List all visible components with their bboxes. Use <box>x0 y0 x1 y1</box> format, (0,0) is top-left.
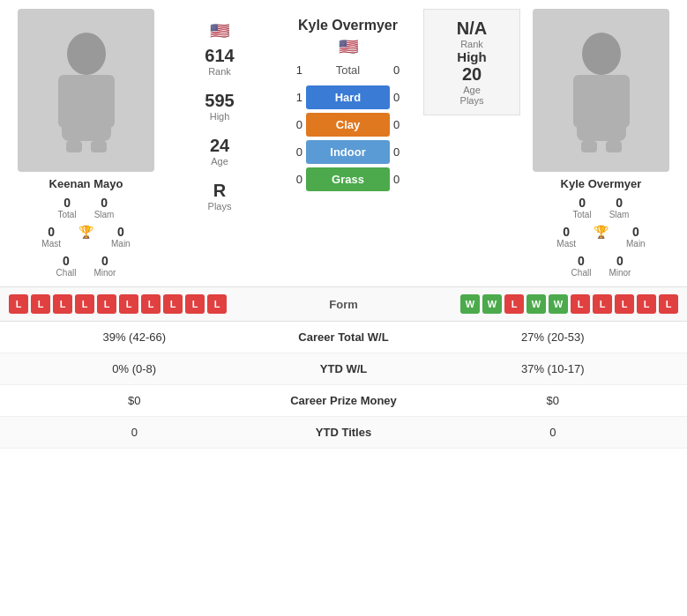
indoor-left-val: 0 <box>276 145 302 159</box>
form-badges-right: WWLWWLLLLL <box>388 294 679 314</box>
player1-trophy-icon: 🏆 <box>78 225 93 239</box>
main-container: Keenan Mayo 0 Total 0 Slam 0 Mast 🏆 <box>0 0 687 449</box>
form-badge-p1: L <box>185 294 205 314</box>
svg-rect-9 <box>614 75 630 128</box>
player2-total-val: 0 <box>573 196 592 210</box>
player1-high-lbl: High <box>205 111 234 122</box>
player2-stats-row3: 0 Chall 0 Minor <box>571 254 631 278</box>
player2-chall-lbl: Chall <box>571 268 592 278</box>
player2-header-area: Kyle Overmyer 🇺🇸 <box>276 18 420 56</box>
player2-silhouette <box>566 29 637 152</box>
player2-plays-box: Plays <box>460 95 484 106</box>
svg-point-6 <box>582 33 621 75</box>
player1-name: Keenan Mayo <box>49 177 123 190</box>
stats-left-1: 0% (0-8) <box>13 362 256 375</box>
player1-silhouette <box>51 29 122 152</box>
player1-high-box: 595 High <box>205 91 234 122</box>
hard-row: 1 Hard 0 <box>276 85 420 109</box>
player2-total-cell: 0 Total <box>573 196 592 219</box>
svg-point-0 <box>67 33 106 75</box>
stats-left-2: $0 <box>13 394 256 407</box>
stats-label-3: YTD Titles <box>256 426 432 439</box>
player2-minor-cell: 0 Minor <box>609 254 631 278</box>
form-badge-p1: L <box>75 294 94 314</box>
form-badge-p2: L <box>659 294 678 314</box>
player1-age-box: 24 Age <box>210 136 229 167</box>
player1-minor-cell: 0 Minor <box>93 254 116 278</box>
svg-rect-8 <box>573 75 589 128</box>
player2-card: Kyle Overmyer 0 Total 0 Slam 0 Mast 🏆 <box>524 9 678 278</box>
player2-flag-header: 🇺🇸 <box>276 37 420 56</box>
form-badge-p1: L <box>119 294 138 314</box>
total-left-val: 1 <box>276 63 302 77</box>
player1-chall-lbl: Chall <box>56 268 77 278</box>
svg-rect-2 <box>58 75 74 128</box>
player1-main-lbl: Main <box>111 239 131 249</box>
player2-stats-card: N/A Rank High 20 Age Plays <box>423 9 520 115</box>
table-row: 39% (42-66) Career Total W/L 27% (20-53) <box>0 322 687 353</box>
player1-mast-lbl: Mast <box>41 239 61 249</box>
player2-rank-val: N/A <box>457 19 487 39</box>
grass-right-val: 0 <box>393 173 420 186</box>
player2-photo <box>533 9 669 172</box>
player2-total-lbl: Total <box>573 210 592 219</box>
clay-left-val: 0 <box>276 118 302 131</box>
form-section: LLLLLLLLLL Form WWLWWLLLLL <box>0 286 687 322</box>
form-badge-p1: L <box>31 294 50 314</box>
player2-main-val: 0 <box>626 225 646 239</box>
form-badge-p2: L <box>637 294 656 314</box>
player1-age-val: 24 <box>210 136 229 156</box>
form-badge-p2: L <box>571 294 590 314</box>
player2-stats-row1: 0 Total 0 Slam <box>573 196 630 219</box>
header-area: Keenan Mayo 0 Total 0 Slam 0 Mast 🏆 <box>0 0 687 286</box>
player1-main-val: 0 <box>111 225 131 239</box>
form-badge-p2: W <box>549 294 568 314</box>
player1-high-val: 595 <box>205 91 234 111</box>
player2-minor-lbl: Minor <box>609 268 631 278</box>
clay-button[interactable]: Clay <box>306 113 390 137</box>
player2-high-val: High <box>457 49 486 64</box>
player2-rank-box: N/A Rank <box>457 19 487 49</box>
total-label: Total <box>306 63 390 77</box>
grass-button[interactable]: Grass <box>306 167 390 191</box>
form-badge-p1: L <box>97 294 116 314</box>
player1-photo <box>18 9 154 172</box>
form-badge-p2: W <box>460 294 480 314</box>
player1-total-cell: 0 Total <box>58 196 77 219</box>
stats-right-3: 0 <box>432 426 675 439</box>
hard-button[interactable]: Hard <box>306 85 390 109</box>
player2-slam-lbl: Slam <box>609 210 630 219</box>
player1-rank-val: 614 <box>205 46 234 66</box>
form-badge-p2: L <box>615 294 634 314</box>
total-row: 1 Total 0 <box>276 63 420 77</box>
stats-label-2: Career Prize Money <box>256 394 432 407</box>
player1-stats-row1: 0 Total 0 Slam <box>58 196 115 219</box>
player1-plays-lbl: Plays <box>208 201 232 212</box>
hard-right-val: 0 <box>393 91 420 104</box>
player1-main-cell: 0 Main <box>111 225 131 249</box>
indoor-row: 0 Indoor 0 <box>276 140 420 164</box>
stats-table: 39% (42-66) Career Total W/L 27% (20-53)… <box>0 322 687 449</box>
player1-middle-stats: 🇺🇸 614 Rank 595 High 24 Age R Plays <box>167 9 273 226</box>
indoor-button[interactable]: Indoor <box>306 140 390 164</box>
table-row: 0 YTD Titles 0 <box>0 417 687 449</box>
player1-total-lbl: Total <box>58 210 77 219</box>
player2-stats-row2: 0 Mast 🏆 0 Main <box>556 225 645 249</box>
hard-left-val: 1 <box>276 91 302 104</box>
form-label: Form <box>300 298 388 311</box>
player2-high-box: High <box>457 49 486 64</box>
svg-rect-3 <box>99 75 115 128</box>
form-badge-p1: L <box>9 294 28 314</box>
player2-age-val: 20 <box>462 64 482 85</box>
player1-stats-row2: 0 Mast 🏆 0 Main <box>41 225 130 249</box>
player1-chall-val: 0 <box>56 254 77 268</box>
table-row: 0% (0-8) YTD W/L 37% (10-17) <box>0 353 687 385</box>
player2-name: Kyle Overmyer <box>561 177 642 190</box>
form-badges-left: LLLLLLLLLL <box>9 294 300 314</box>
svg-rect-5 <box>91 141 107 152</box>
form-badge-p1: L <box>141 294 161 314</box>
total-right-val: 0 <box>393 63 420 77</box>
stats-right-0: 27% (20-53) <box>432 330 675 344</box>
player1-mast-cell: 0 Mast <box>41 225 61 249</box>
player2-slam-cell: 0 Slam <box>609 196 630 219</box>
